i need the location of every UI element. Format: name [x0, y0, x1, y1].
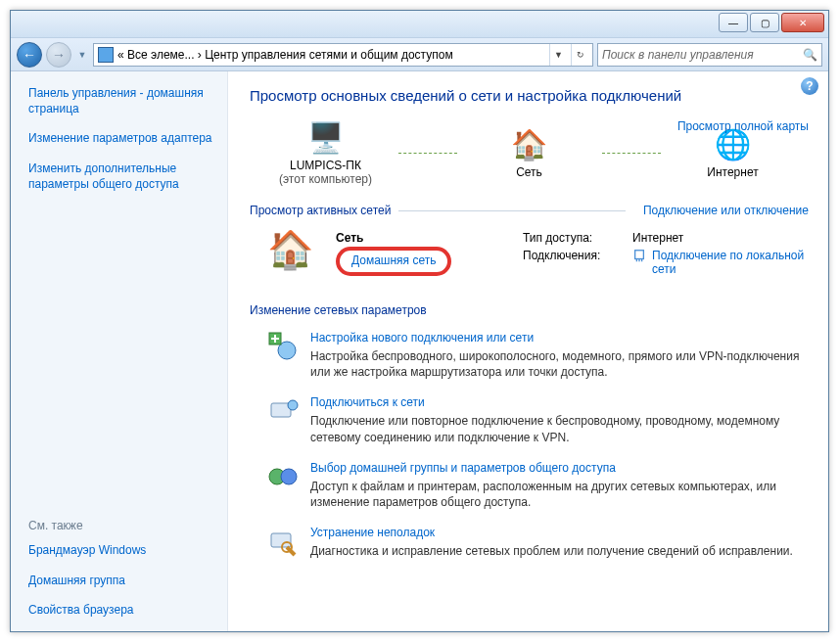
active-network-row: 🏠 Сеть Домашняя сеть Тип доступа: Интерн…: [250, 225, 809, 290]
nav-history-dropdown[interactable]: ▼: [75, 42, 89, 68]
content: ? Просмотр основных сведений о сети и на…: [228, 71, 828, 631]
network-details: Тип доступа: Интернет Подключения: Подкл…: [523, 231, 809, 280]
search-icon: 🔍: [803, 48, 817, 62]
sidebar: Панель управления - домашняя страница Из…: [11, 71, 228, 631]
connection-link[interactable]: Подключение по локальной сети: [652, 249, 809, 276]
map-node-computer[interactable]: 🖥️ LUMPICS-ПК (этот компьютер): [267, 119, 385, 186]
svg-point-6: [281, 469, 297, 484]
sidebar-item-home[interactable]: Панель управления - домашняя страница: [28, 85, 215, 116]
network-icon: 🏠: [510, 126, 549, 161]
network-type-link[interactable]: Домашняя сеть: [351, 253, 436, 267]
minimize-button[interactable]: —: [719, 13, 748, 32]
map-connector: [398, 153, 457, 154]
map-network-label: Сеть: [516, 165, 542, 179]
change-settings-heading: Изменение сетевых параметров: [250, 303, 809, 317]
full-map-link[interactable]: Просмотр полной карты: [677, 119, 809, 133]
option-title: Настройка нового подключения или сети: [310, 331, 805, 345]
home-network-icon: 🏠: [267, 231, 312, 276]
option-desc: Доступ к файлам и принтерам, расположенн…: [310, 479, 805, 510]
divider: [398, 210, 626, 211]
connect-network-icon: [267, 395, 299, 427]
troubleshoot-icon: [267, 526, 299, 557]
seealso-firewall[interactable]: Брандмауэр Windows: [28, 542, 215, 558]
breadcrumb: « Все элеме... › Центр управления сетями…: [117, 48, 545, 62]
homegroup-icon: [267, 461, 299, 492]
body: Панель управления - домашняя страница Из…: [11, 71, 828, 631]
option-desc: Подключение или повторное подключение к …: [310, 413, 805, 444]
new-connection-icon: [267, 331, 299, 362]
connections-label: Подключения:: [523, 249, 621, 276]
forward-button[interactable]: →: [46, 42, 71, 68]
map-node-internet[interactable]: 🌐 Интернет: [675, 126, 792, 179]
svg-rect-0: [635, 251, 644, 259]
search-placeholder: Поиск в панели управления: [602, 48, 754, 62]
map-internet-label: Интернет: [707, 165, 758, 179]
search-input[interactable]: Поиск в панели управления 🔍: [597, 43, 822, 67]
window: — ▢ ✕ ← → ▼ « Все элеме... › Центр управ…: [10, 10, 829, 632]
back-button[interactable]: ←: [17, 42, 42, 68]
svg-point-4: [288, 400, 298, 410]
map-node-network[interactable]: 🏠 Сеть: [471, 126, 588, 179]
ethernet-icon: [632, 249, 646, 262]
address-field[interactable]: « Все элеме... › Центр управления сетями…: [93, 43, 593, 67]
address-dropdown[interactable]: ▼: [549, 44, 567, 66]
address-bar: ← → ▼ « Все элеме... › Центр управления …: [11, 38, 828, 71]
network-map: Просмотр полной карты 🖥️ LUMPICS-ПК (это…: [250, 119, 809, 186]
option-title: Выбор домашней группы и параметров общег…: [310, 461, 805, 475]
svg-rect-7: [271, 533, 291, 547]
sidebar-item-adapter-settings[interactable]: Изменение параметров адаптера: [28, 130, 215, 146]
connect-disconnect-link[interactable]: Подключение или отключение: [643, 204, 809, 217]
seealso-browser-settings[interactable]: Свойства браузера: [28, 602, 215, 618]
option-troubleshoot[interactable]: Устранение неполадок Диагностика и испра…: [250, 520, 809, 569]
option-new-connection[interactable]: Настройка нового подключения или сети На…: [250, 325, 809, 390]
highlight-ring: Домашняя сеть: [336, 247, 451, 276]
maximize-icon: ▢: [761, 18, 769, 28]
breadcrumb-part1[interactable]: « Все элеме...: [117, 48, 194, 62]
maximize-button[interactable]: ▢: [750, 13, 779, 32]
close-button[interactable]: ✕: [781, 13, 824, 32]
option-homegroup[interactable]: Выбор домашней группы и параметров общег…: [250, 455, 809, 520]
option-title: Подключиться к сети: [310, 395, 805, 409]
sidebar-item-sharing-settings[interactable]: Изменить дополнительные параметры общего…: [28, 161, 215, 192]
access-type-value: Интернет: [632, 231, 683, 245]
computer-icon: 🖥️: [306, 119, 346, 155]
network-name: Сеть: [336, 231, 451, 245]
option-connect-network[interactable]: Подключиться к сети Подключение или повт…: [250, 390, 809, 454]
map-connector: [602, 153, 661, 154]
help-icon[interactable]: ?: [801, 77, 818, 95]
seealso-homegroup[interactable]: Домашняя группа: [28, 573, 215, 588]
option-desc: Настройка беспроводного, широкополосного…: [310, 348, 805, 380]
map-computer-sublabel: (этот компьютер): [279, 172, 372, 186]
close-icon: ✕: [799, 18, 807, 28]
active-networks-heading: Просмотр активных сетей Подключение или …: [250, 204, 809, 217]
refresh-button[interactable]: ↻: [571, 44, 588, 66]
titlebar: — ▢ ✕: [11, 11, 828, 38]
active-networks-label: Просмотр активных сетей: [250, 204, 391, 217]
option-desc: Диагностика и исправление сетевых пробле…: [310, 543, 793, 559]
breadcrumb-part2[interactable]: Центр управления сетями и общим доступом: [205, 48, 453, 62]
map-computer-label: LUMPICS-ПК: [290, 159, 361, 172]
minimize-icon: —: [728, 18, 738, 28]
control-panel-icon: [98, 47, 114, 63]
seealso-heading: См. также: [28, 519, 215, 532]
breadcrumb-sep: ›: [198, 48, 202, 62]
page-title: Просмотр основных сведений о сети и наст…: [250, 87, 809, 104]
access-type-label: Тип доступа:: [523, 231, 621, 245]
option-title: Устранение неполадок: [310, 526, 793, 539]
